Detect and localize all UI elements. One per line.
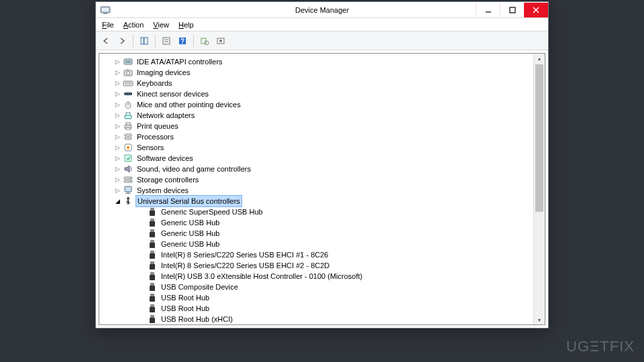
- menubar: File Action View Help: [96, 18, 548, 32]
- expand-icon[interactable]: ▷: [114, 112, 121, 119]
- tree-category[interactable]: ▷Storage controllers: [99, 174, 533, 185]
- svg-rect-8: [144, 38, 148, 44]
- svg-rect-62: [150, 251, 154, 253]
- tree-device[interactable]: USB Composite Device: [99, 282, 533, 292]
- tree-spacer: [138, 273, 146, 280]
- tree-category[interactable]: ▷Keyboards: [99, 78, 533, 88]
- tree-item-label: Intel(R) 8 Series/C220 Series USB EHCI #…: [160, 260, 331, 271]
- expand-icon[interactable]: ▷: [114, 58, 121, 66]
- menu-file[interactable]: File: [99, 20, 117, 29]
- vertical-scrollbar[interactable]: ▴ ▾: [533, 54, 545, 324]
- tree-category[interactable]: ▷Network adapters: [99, 110, 533, 121]
- tree-category[interactable]: ▷Kinect sensor devices: [99, 88, 533, 99]
- maximize-button[interactable]: [500, 3, 524, 17]
- tree-category[interactable]: ▷Mice and other pointing devices: [99, 99, 533, 110]
- tree-category[interactable]: ▷Imaging devices: [99, 67, 533, 78]
- svg-point-52: [127, 197, 129, 200]
- kinect-icon: [123, 88, 133, 99]
- app-icon: [100, 5, 111, 15]
- scan-hardware-button[interactable]: [197, 34, 212, 48]
- device-tree[interactable]: ▷IDE ATA/ATAPI controllers▷Imaging devic…: [99, 54, 533, 324]
- tree-category[interactable]: ▷Processors: [99, 131, 533, 142]
- expand-icon[interactable]: ▷: [114, 90, 121, 98]
- tree-device[interactable]: Intel(R) USB 3.0 eXtensible Host Control…: [99, 271, 533, 282]
- forward-button[interactable]: [115, 34, 129, 48]
- tree-category[interactable]: ▷Sound, video and game controllers: [99, 164, 533, 174]
- expand-icon[interactable]: ▷: [114, 123, 121, 130]
- svg-rect-55: [150, 210, 155, 216]
- expand-icon[interactable]: ▷: [114, 69, 121, 76]
- tree-device[interactable]: Intel(R) 8 Series/C220 Series USB EHCI #…: [99, 260, 533, 271]
- svg-rect-69: [150, 286, 155, 291]
- scroll-down-arrow[interactable]: ▾: [534, 315, 545, 324]
- usbdev-icon: [147, 292, 158, 303]
- tree-device[interactable]: USB Root Hub: [99, 303, 533, 314]
- close-button[interactable]: [524, 3, 548, 17]
- collapse-icon[interactable]: ◢: [114, 198, 121, 205]
- help-button[interactable]: ?: [175, 34, 190, 48]
- expand-icon[interactable]: ▷: [114, 155, 121, 162]
- expand-icon[interactable]: ▷: [114, 133, 121, 141]
- tree-device[interactable]: Intel(R) 8 Series/C220 Series USB EHCI #…: [99, 249, 533, 260]
- svg-rect-63: [150, 253, 155, 259]
- toolbar: ?: [96, 32, 548, 50]
- content-area: ▷IDE ATA/ATAPI controllers▷Imaging devic…: [99, 53, 545, 325]
- expand-icon[interactable]: ▷: [114, 144, 121, 152]
- svg-rect-65: [150, 264, 155, 269]
- toolbar-separator: [193, 35, 194, 47]
- sensor-icon: [123, 142, 133, 153]
- expand-icon[interactable]: ▷: [114, 176, 121, 184]
- tree-device[interactable]: Generic SuperSpeed USB Hub: [99, 206, 533, 217]
- svg-rect-51: [125, 193, 131, 194]
- tree-category[interactable]: ▷IDE ATA/ATAPI controllers: [99, 56, 533, 67]
- titlebar[interactable]: Device Manager: [96, 2, 548, 18]
- expand-icon[interactable]: ▷: [114, 101, 121, 109]
- expand-icon[interactable]: ▷: [114, 80, 121, 87]
- svg-rect-71: [150, 296, 155, 302]
- tree-device[interactable]: USB Root Hub (xHCI): [99, 314, 533, 324]
- menu-view[interactable]: View: [150, 20, 172, 29]
- show-hide-tree-button[interactable]: [137, 34, 152, 48]
- back-button[interactable]: [99, 34, 113, 48]
- tree-device[interactable]: Generic USB Hub: [99, 228, 533, 239]
- tree-item-label: USB Root Hub: [160, 292, 211, 303]
- svg-rect-1: [102, 8, 109, 11]
- usbdev-icon: [147, 239, 158, 249]
- svg-rect-70: [150, 294, 154, 296]
- svg-point-21: [127, 72, 130, 75]
- svg-rect-9: [163, 38, 170, 44]
- tree-category[interactable]: ▷Sensors: [99, 142, 533, 153]
- usbdev-icon: [147, 303, 158, 314]
- svg-rect-66: [150, 272, 154, 275]
- tree-category-usb[interactable]: ◢Universal Serial Bus controllers: [99, 196, 533, 206]
- expand-icon[interactable]: ▷: [114, 166, 121, 173]
- tree-spacer: [138, 219, 146, 227]
- scroll-up-arrow[interactable]: ▴: [534, 54, 545, 63]
- svg-point-47: [130, 178, 131, 179]
- uninstall-button[interactable]: [213, 34, 228, 48]
- tree-item-label: Generic USB Hub: [160, 217, 221, 228]
- tree-device[interactable]: USB Root Hub: [99, 292, 533, 303]
- tree-device[interactable]: Generic USB Hub: [99, 239, 533, 249]
- mouse-icon: [123, 99, 133, 110]
- tree-category[interactable]: ▷Print queues: [99, 121, 533, 131]
- minimize-button[interactable]: [476, 3, 500, 17]
- printer-icon: [123, 121, 133, 131]
- svg-rect-58: [150, 229, 154, 232]
- tree-category[interactable]: ▷Software devices: [99, 153, 533, 164]
- usbdev-icon: [147, 217, 158, 228]
- network-icon: [123, 110, 133, 121]
- tree-device[interactable]: Generic USB Hub: [99, 217, 533, 228]
- svg-rect-68: [150, 283, 154, 286]
- scrollbar-thumb[interactable]: [535, 64, 543, 212]
- menu-help[interactable]: Help: [175, 20, 197, 29]
- tree-item-label: Processors: [136, 131, 175, 142]
- usbdev-icon: [147, 206, 158, 217]
- properties-button[interactable]: [159, 34, 174, 48]
- svg-rect-72: [150, 304, 154, 307]
- expand-icon[interactable]: ▷: [114, 187, 121, 194]
- menu-action[interactable]: Action: [120, 20, 148, 29]
- tree-item-label: USB Root Hub (xHCI): [160, 314, 234, 324]
- svg-rect-56: [150, 219, 154, 221]
- tree-category[interactable]: ▷System devices: [99, 185, 533, 196]
